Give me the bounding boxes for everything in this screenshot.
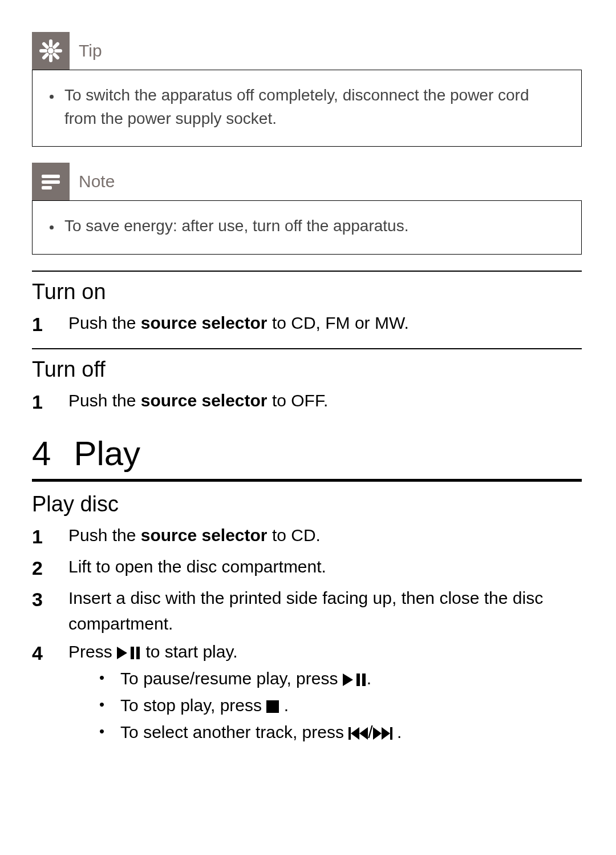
chapter-title: Play bbox=[74, 434, 140, 473]
svg-rect-17 bbox=[362, 673, 366, 686]
step-text: Push the source selector to OFF. bbox=[68, 388, 328, 413]
step-text: Push the source selector to CD. bbox=[68, 522, 321, 548]
substep: To stop play, press . bbox=[99, 692, 582, 718]
svg-rect-5 bbox=[52, 42, 60, 50]
svg-rect-16 bbox=[356, 673, 360, 686]
substep: To pause/resume play, press . bbox=[99, 666, 582, 691]
turn-on-steps: Push the source selector to CD, FM or MW… bbox=[32, 310, 582, 339]
chapter-heading: 4 Play bbox=[32, 434, 582, 473]
svg-rect-4 bbox=[54, 49, 62, 53]
svg-rect-3 bbox=[39, 49, 47, 53]
chapter-number: 4 bbox=[32, 434, 51, 473]
svg-rect-13 bbox=[131, 647, 134, 659]
svg-rect-9 bbox=[42, 175, 60, 178]
step-text: Push the source selector to CD, FM or MW… bbox=[68, 310, 409, 336]
svg-marker-22 bbox=[373, 727, 382, 740]
section-title-turn-on: Turn on bbox=[32, 280, 582, 304]
svg-rect-1 bbox=[49, 39, 52, 47]
svg-rect-14 bbox=[136, 647, 140, 659]
tip-callout: Tip To switch the apparatus off complete… bbox=[32, 32, 582, 147]
svg-rect-8 bbox=[52, 52, 60, 60]
svg-marker-20 bbox=[351, 727, 359, 740]
step: Press to start play. To pause/resume pla… bbox=[32, 639, 582, 746]
substep-text: To stop play, press . bbox=[120, 692, 289, 718]
turn-off-steps: Push the source selector to OFF. bbox=[32, 388, 582, 417]
step: Push the source selector to CD. bbox=[32, 522, 582, 551]
note-callout: Note To save energy: after use, turn off… bbox=[32, 163, 582, 255]
substep: To select another track, press / bbox=[99, 719, 582, 745]
svg-marker-21 bbox=[359, 727, 368, 740]
substep-text: To pause/resume play, press . bbox=[120, 666, 371, 691]
svg-marker-12 bbox=[117, 647, 127, 659]
section-title-turn-off: Turn off bbox=[32, 357, 582, 382]
note-lines-icon bbox=[32, 163, 70, 200]
svg-rect-6 bbox=[42, 52, 50, 60]
divider bbox=[32, 271, 582, 272]
svg-rect-18 bbox=[266, 700, 279, 713]
note-body: To save energy: after use, turn off the … bbox=[32, 200, 582, 255]
note-item: To save energy: after use, turn off the … bbox=[61, 215, 565, 238]
step: Push the source selector to OFF. bbox=[32, 388, 582, 417]
next-track-icon bbox=[373, 727, 392, 740]
svg-rect-2 bbox=[49, 54, 52, 62]
step: Lift to open the disc compartment. bbox=[32, 554, 582, 583]
note-label: Note bbox=[79, 172, 115, 191]
play-pause-icon bbox=[343, 673, 367, 686]
step-text: Lift to open the disc compartment. bbox=[68, 554, 326, 579]
svg-rect-10 bbox=[42, 180, 60, 184]
tip-header: Tip bbox=[32, 32, 582, 70]
substep-text: To select another track, press / bbox=[120, 719, 402, 745]
step: Push the source selector to CD, FM or MW… bbox=[32, 310, 582, 339]
step-text: Press to start play. bbox=[68, 642, 238, 661]
svg-rect-11 bbox=[42, 186, 52, 189]
asterisk-icon bbox=[32, 32, 70, 70]
section-title-play-disc: Play disc bbox=[32, 492, 582, 517]
step: Insert a disc with the printed side faci… bbox=[32, 585, 582, 636]
previous-track-icon bbox=[348, 727, 368, 740]
note-header: Note bbox=[32, 163, 582, 200]
manual-page: Tip To switch the apparatus off complete… bbox=[0, 0, 616, 855]
svg-rect-7 bbox=[42, 42, 50, 50]
play-disc-steps: Push the source selector to CD. Lift to … bbox=[32, 522, 582, 746]
svg-point-0 bbox=[48, 48, 54, 54]
tip-body: To switch the apparatus off completely, … bbox=[32, 70, 582, 147]
chapter-divider bbox=[32, 479, 582, 482]
play-disc-substeps: To pause/resume play, press . To stop pl… bbox=[68, 666, 582, 745]
divider bbox=[32, 348, 582, 349]
step-text: Insert a disc with the printed side faci… bbox=[68, 585, 582, 636]
svg-rect-19 bbox=[348, 727, 351, 740]
tip-item: To switch the apparatus off completely, … bbox=[61, 84, 565, 130]
svg-marker-23 bbox=[382, 727, 390, 740]
svg-marker-15 bbox=[343, 673, 353, 686]
stop-icon bbox=[266, 700, 279, 713]
play-pause-icon bbox=[117, 647, 141, 659]
tip-label: Tip bbox=[79, 41, 102, 61]
